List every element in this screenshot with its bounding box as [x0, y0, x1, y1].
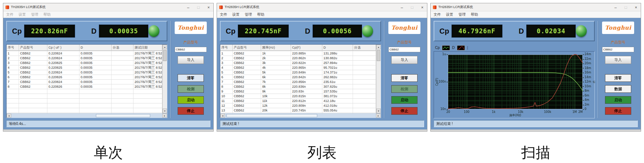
- table-row[interactable]: [7, 103, 162, 108]
- table-row[interactable]: 9CBB629k220.83n157.535u: [220, 89, 376, 94]
- maximize-button[interactable]: □: [410, 5, 415, 10]
- table-cell: 0.00035: [79, 51, 112, 56]
- table-row[interactable]: 3CBB620.2208250.000352017/6/7/周三 8:52: [7, 61, 162, 65]
- close-button[interactable]: ×: [420, 5, 425, 10]
- table-row[interactable]: 2CBB620.2208240.000352017/6/7/周三 8:52: [7, 56, 162, 61]
- table-row[interactable]: [7, 94, 162, 99]
- cp-curve-icon[interactable]: [442, 45, 450, 50]
- menu-help[interactable]: 帮助: [43, 12, 51, 17]
- app-icon: [219, 5, 223, 9]
- vertical-scrollbar[interactable]: ▲ ▼: [376, 45, 381, 113]
- window-resize-edge[interactable]: [3, 129, 213, 131]
- minimize-button[interactable]: –: [186, 5, 191, 10]
- table-row[interactable]: 6CBB626k220.842n262.882u: [220, 75, 376, 80]
- menu-manage[interactable]: 管理: [31, 12, 38, 17]
- close-button[interactable]: ×: [206, 5, 211, 10]
- window-resize-edge[interactable]: [431, 129, 641, 131]
- table-row[interactable]: 3CBB623k220.822n257.894u: [220, 61, 376, 65]
- menu-file[interactable]: 文件: [434, 12, 441, 17]
- minimize-button[interactable]: –: [399, 5, 404, 10]
- table-row[interactable]: 11CBB6211k220.812n412.18u: [220, 99, 376, 103]
- table-row[interactable]: 4CBB620.2208250.000352017/6/7/周三 8:52: [7, 65, 162, 70]
- table-row[interactable]: 7CBB627k220.856n235.61u: [220, 80, 376, 84]
- menu-help[interactable]: 帮助: [257, 12, 264, 17]
- table-row[interactable]: [7, 99, 162, 103]
- horizontal-scroll-thumb[interactable]: [96, 114, 150, 117]
- start-button[interactable]: 启动: [178, 96, 204, 104]
- menu-manage[interactable]: 管理: [245, 12, 252, 17]
- minimize-button[interactable]: –: [613, 5, 618, 10]
- import-button[interactable]: 导入: [391, 56, 418, 64]
- scroll-down-icon[interactable]: ▼: [376, 109, 381, 113]
- vertical-scroll-thumb[interactable]: [163, 50, 167, 61]
- scroll-left-icon[interactable]: ◄: [220, 114, 225, 118]
- window-resize-edge[interactable]: [217, 129, 427, 131]
- maximize-button[interactable]: □: [196, 5, 201, 10]
- table-row[interactable]: 4CBB624k220.865n95.7021u: [220, 65, 376, 70]
- table-cell: 8: [220, 84, 233, 89]
- table-cell: 12: [220, 103, 233, 108]
- table-row[interactable]: 8CBB620.2208260.000352017/6/7/周三 8:52: [7, 84, 162, 89]
- clear-button[interactable]: 清零: [391, 74, 418, 82]
- scroll-up-icon[interactable]: ▲: [376, 45, 381, 49]
- horizontal-scrollbar[interactable]: ◄ ►: [220, 113, 381, 118]
- table-row[interactable]: 12CBB6212k220.809n412.018u: [220, 103, 376, 108]
- d-trace-tab[interactable]: D: [452, 46, 455, 50]
- measure-button[interactable]: 检测: [391, 85, 418, 93]
- stop-button[interactable]: 停止: [605, 107, 631, 115]
- table-cell: 2017/6/7/周三 8:52: [133, 80, 162, 84]
- product-model-input[interactable]: [388, 47, 420, 52]
- vertical-scrollbar[interactable]: ▲ ▼: [162, 45, 167, 113]
- table-row[interactable]: 7CBB620.2208240.000352017/6/7/周三 8:52: [7, 80, 162, 84]
- menu-help[interactable]: 帮助: [471, 12, 478, 17]
- horizontal-scroll-track[interactable]: [225, 114, 376, 118]
- scroll-left-icon[interactable]: ◄: [7, 114, 11, 118]
- table-row[interactable]: 5CBB625k220.849n174.371u: [220, 70, 376, 75]
- scroll-right-icon[interactable]: ►: [376, 114, 381, 118]
- horizontal-scrollbar[interactable]: ◄ ►: [7, 113, 167, 118]
- scroll-down-icon[interactable]: ▼: [163, 109, 167, 113]
- title-bar[interactable]: TH2835H LCR测试系统 – □ ×: [431, 3, 641, 11]
- table-cell: CBB62: [233, 108, 261, 113]
- measure-button[interactable]: 检测: [178, 85, 204, 93]
- stop-button[interactable]: 停止: [178, 107, 204, 115]
- clear-button[interactable]: 清零: [178, 74, 204, 82]
- data-button[interactable]: 数据: [605, 85, 631, 93]
- horizontal-scroll-track[interactable]: [11, 114, 162, 118]
- clear-button[interactable]: 清零: [605, 74, 631, 82]
- table-row[interactable]: [7, 108, 162, 113]
- import-button[interactable]: 导入: [605, 56, 631, 64]
- table-row[interactable]: 1CBB621k220.885n131.288u: [220, 51, 376, 56]
- close-button[interactable]: ×: [633, 5, 639, 10]
- horizontal-scroll-thumb[interactable]: [226, 114, 317, 117]
- menu-settings[interactable]: 设置: [19, 12, 26, 17]
- stop-button[interactable]: 停止: [391, 107, 418, 115]
- menu-settings[interactable]: 设置: [446, 12, 453, 17]
- product-model-input[interactable]: [602, 47, 634, 52]
- start-button[interactable]: 启动: [391, 96, 418, 104]
- scroll-up-icon[interactable]: ▲: [163, 45, 167, 49]
- vertical-scroll-thumb[interactable]: [377, 50, 380, 61]
- maximize-button[interactable]: □: [623, 5, 628, 10]
- menu-file[interactable]: 文件: [220, 12, 227, 17]
- table-row[interactable]: 10CBB6210k220.815n381.072u: [220, 94, 376, 99]
- table-row[interactable]: 1CBB620.2208240.000352017/6/7/周三 8:52: [7, 51, 162, 56]
- menu-manage[interactable]: 管理: [458, 12, 466, 17]
- table-row[interactable]: 2CBB622k220.862n130.882u: [220, 56, 376, 61]
- title-bar[interactable]: TH2835H LCR测试系统 – □ ×: [3, 3, 213, 11]
- table-row[interactable]: 8CBB628k220.836n307.825u: [220, 84, 376, 89]
- scroll-right-icon[interactable]: ►: [162, 114, 167, 118]
- title-bar[interactable]: TH2835H LCR测试系统 – □ ×: [217, 3, 427, 11]
- start-button[interactable]: 启动: [605, 96, 631, 104]
- d-curve-icon[interactable]: [457, 45, 465, 50]
- menu-file[interactable]: 文件: [6, 12, 13, 17]
- menu-settings[interactable]: 设置: [232, 12, 240, 17]
- cp-trace-tab[interactable]: Cp: [435, 46, 440, 50]
- product-model-input[interactable]: [175, 47, 207, 52]
- import-button[interactable]: 导入: [178, 56, 204, 64]
- table-row[interactable]: 13CBB6220k220.745n555.054u: [220, 108, 376, 113]
- table-row[interactable]: 5CBB620.2208240.000352017/6/7/周三 8:52: [7, 70, 162, 75]
- table-cell: 0.00035: [79, 75, 112, 79]
- table-row[interactable]: 6CBB620.2208260.000352017/6/7/周三 8:52: [7, 75, 162, 80]
- table-row[interactable]: [7, 89, 162, 94]
